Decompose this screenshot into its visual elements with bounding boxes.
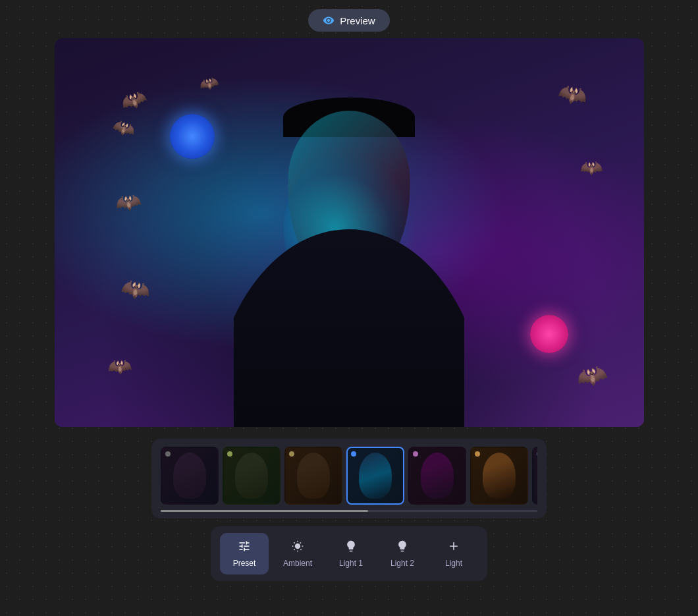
pink-light-orb[interactable] (530, 315, 568, 353)
thumbnail-5[interactable] (470, 447, 528, 505)
eye-icon (323, 14, 335, 26)
bat-decoration: 🦇 (113, 188, 144, 217)
bottom-toolbar: Preset Ambient Light 1 Light 2 (211, 526, 487, 581)
filmstrip (161, 447, 537, 505)
sun-icon (291, 540, 304, 556)
bat-decoration: 🦇 (580, 157, 603, 179)
main-image-area: 🦇 🦇 🦇 🦇 🦇 🦇 🦇 🦇 🦇 (55, 38, 644, 427)
scroll-thumb (161, 510, 368, 512)
ambient-label: Ambient (283, 559, 312, 568)
light1-label: Light 1 (339, 559, 363, 568)
bat-decoration: 🦇 (106, 353, 132, 378)
toolbar-ambient[interactable]: Ambient (271, 533, 324, 574)
toolbar-preset[interactable]: Preset (220, 533, 269, 574)
toolbar-light1[interactable]: Light 1 (327, 533, 375, 574)
thumbnail-2[interactable] (284, 447, 342, 505)
thumbnail-0[interactable] (161, 447, 219, 505)
plus-icon (447, 540, 460, 556)
person-figure (211, 58, 487, 427)
thumbnail-1[interactable] (223, 447, 281, 505)
thumbnail-4[interactable] (408, 447, 466, 505)
toolbar-light2[interactable]: Light 2 (378, 533, 427, 574)
bulb2-icon (396, 540, 409, 556)
blue-light-orb[interactable] (170, 114, 215, 159)
scroll-bar[interactable] (161, 510, 537, 512)
preset-label: Preset (233, 559, 256, 568)
light-add-label: Light (445, 559, 462, 568)
filmstrip-panel (151, 439, 547, 518)
toolbar-light-add[interactable]: Light (429, 533, 478, 574)
bat-decoration: 🦇 (119, 273, 151, 305)
preview-button[interactable]: Preview (308, 9, 389, 32)
bat-decoration: 🦇 (574, 358, 610, 392)
preview-label: Preview (340, 15, 375, 26)
light2-label: Light 2 (390, 559, 414, 568)
bulb1-icon (344, 540, 358, 556)
thumbnail-3[interactable] (346, 447, 404, 505)
body (234, 229, 464, 427)
sliders-icon (238, 540, 251, 556)
thumbnail-6[interactable] (532, 447, 537, 505)
